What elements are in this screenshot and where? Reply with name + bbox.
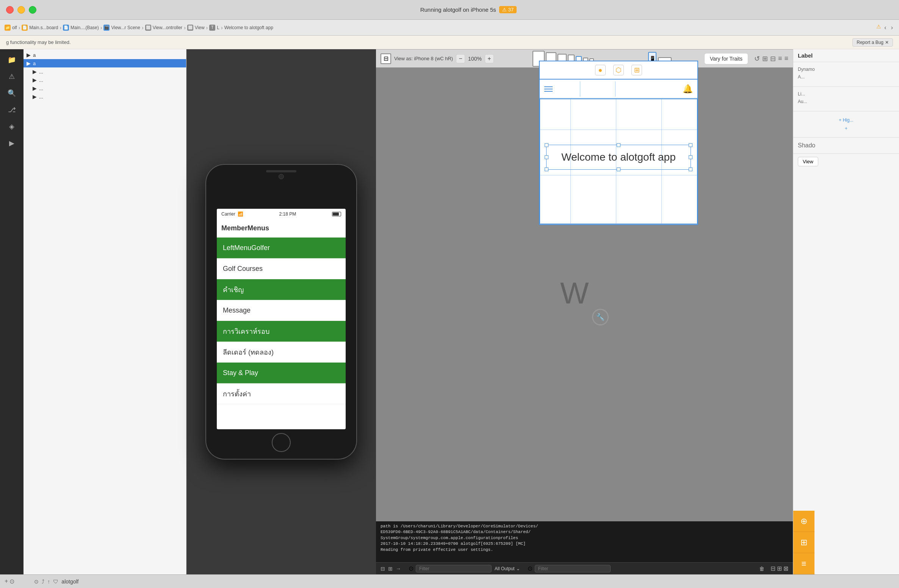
handle-br bbox=[689, 167, 692, 171]
trash-icon[interactable]: 🗑 bbox=[759, 566, 764, 572]
filter-left-input[interactable] bbox=[416, 565, 492, 572]
report-bug-label: Report a Bug bbox=[857, 40, 883, 45]
info-text: g functionality may be limited. bbox=[6, 39, 71, 45]
nav-back-arrow[interactable]: ‹ bbox=[883, 23, 888, 32]
sidebar-icon-folder[interactable]: 📁 bbox=[4, 52, 19, 67]
file-item-nested-1[interactable]: ▶ ... bbox=[23, 67, 186, 76]
menu-item-message[interactable]: Message bbox=[217, 300, 346, 321]
library-button-bottom[interactable]: ⊙ bbox=[9, 578, 14, 585]
hamburger-icon[interactable] bbox=[544, 86, 553, 92]
filter-right-input[interactable] bbox=[535, 565, 611, 572]
menu-item-การวิเคราห์รอบ[interactable]: การวิเคราห์รอบ bbox=[217, 321, 346, 342]
file-item-root[interactable]: ▶ a bbox=[23, 51, 186, 59]
ib-phone-wireframe: 🔔 bbox=[539, 79, 698, 225]
console-line: Reading from private effective user sett… bbox=[381, 547, 788, 553]
menu-item-golf-courses[interactable]: Golf Courses bbox=[217, 258, 346, 279]
breadcrumb-item-7[interactable]: T L bbox=[209, 25, 219, 31]
sidebar-icon-breakpoints[interactable]: ◈ bbox=[4, 119, 19, 134]
file-icon-selected: ▶ bbox=[27, 60, 31, 66]
warning-badge: ⚠ 37 bbox=[499, 6, 517, 13]
lines-row: Li... bbox=[798, 91, 894, 97]
filter-icon-left: ⊙ bbox=[409, 565, 413, 572]
sidebar-icon-search[interactable]: 🔍 bbox=[4, 86, 19, 101]
add-button-2[interactable]: + bbox=[798, 124, 894, 133]
view-button[interactable]: View bbox=[798, 157, 818, 166]
segue-icon: 🔧 bbox=[592, 309, 609, 325]
dynamic-label: Dynamo bbox=[798, 67, 815, 72]
breadcrumb-icon-4: 🎬 bbox=[103, 25, 110, 31]
pointer-icon[interactable]: ↑ bbox=[47, 579, 50, 585]
output-selector[interactable]: All Output ⌄ bbox=[495, 566, 520, 571]
file-item-nested-3[interactable]: ▶ ... bbox=[23, 84, 186, 92]
menu-item-ลีดเดอร์-(ทดลอง)[interactable]: ลีดเดอร์ (ทดลอง) bbox=[217, 342, 346, 363]
console-line: path is /Users/charun1/Library/Developer… bbox=[381, 524, 788, 529]
sidebar-icon-debug[interactable]: ▶ bbox=[4, 136, 19, 151]
ib-top-bar: 🔔 bbox=[540, 80, 697, 99]
breadcrumb-item-5[interactable]: ⬜ View...ontroller bbox=[145, 25, 183, 31]
add-object-button[interactable]: ⊕ bbox=[793, 511, 814, 532]
file-icon-nested-4: ▶ bbox=[33, 94, 37, 100]
titlebar: Running alotgolf on iPhone 5s ⚠ 37 bbox=[0, 0, 899, 20]
status-bar: Carrier 📶 2:18 PM bbox=[217, 209, 346, 219]
console-layout-buttons: ⊟ ⊞ ⊠ bbox=[771, 565, 788, 572]
simulator-area: Carrier 📶 2:18 PM MemberMenus bbox=[186, 49, 376, 574]
breadcrumb-sep-6: › bbox=[206, 25, 208, 31]
breadcrumb-icon-2: 📄 bbox=[22, 25, 28, 31]
breadcrumb-item-3[interactable]: 📄 Main....(Base) bbox=[63, 25, 99, 31]
maximize-button[interactable] bbox=[29, 6, 36, 14]
ib-canvas[interactable]: 🔧 ● ⬡ ⊞ bbox=[376, 49, 793, 521]
share-icon[interactable]: ⤴ bbox=[42, 579, 44, 585]
console-split-toggle[interactable]: ⊞ bbox=[388, 566, 393, 572]
label-title: Label bbox=[798, 52, 813, 59]
right-panel-section-shadow: Shado bbox=[793, 138, 899, 154]
breadcrumb-label-1: olf bbox=[12, 25, 17, 30]
ib-media-icon[interactable]: ⊞ bbox=[631, 65, 642, 75]
breadcrumb-icon-3: 📄 bbox=[63, 25, 69, 31]
network-icon[interactable]: ⊙ bbox=[34, 579, 39, 585]
warning-count: 37 bbox=[508, 7, 514, 13]
add-height-button[interactable]: + Hig... bbox=[798, 116, 894, 124]
file-item-nested-4[interactable]: ▶ ... bbox=[23, 92, 186, 101]
battery-fill bbox=[333, 213, 339, 216]
file-item-nested-2[interactable]: ▶ ... bbox=[23, 76, 186, 84]
handle-tl bbox=[545, 143, 548, 147]
grid-button[interactable]: ⊞ bbox=[793, 532, 814, 553]
label-container[interactable]: Welcome to alotgoft app bbox=[546, 145, 691, 170]
status-left: Carrier 📶 bbox=[221, 211, 243, 217]
console-panel-toggle[interactable]: ⊟ bbox=[381, 566, 385, 572]
bell-icon[interactable]: 🔔 bbox=[683, 84, 693, 94]
close-button[interactable] bbox=[6, 6, 14, 14]
left-sidebar: 📁 ⚠ 🔍 ⎇ ◈ ▶ bbox=[0, 49, 23, 574]
breadcrumb-item-4[interactable]: 🎬 View...r Scene bbox=[103, 25, 140, 31]
report-bug-icon: ✕ bbox=[885, 40, 889, 45]
right-panel-section-1: Dynamo A... bbox=[793, 62, 899, 87]
breadcrumb-item-6[interactable]: ⬜ View bbox=[187, 25, 205, 31]
list-button[interactable]: ≡ bbox=[793, 553, 814, 574]
sidebar-icon-scm[interactable]: ⎇ bbox=[4, 102, 19, 117]
file-label-nested-2: ... bbox=[39, 77, 43, 83]
breadcrumb-item-1[interactable]: 📁 olf bbox=[5, 25, 17, 31]
minimize-button[interactable] bbox=[17, 6, 25, 14]
console-layout-3[interactable]: ⊠ bbox=[783, 565, 788, 572]
nav-forward-arrow[interactable]: › bbox=[890, 23, 894, 32]
report-bug-button[interactable]: Report a Bug ✕ bbox=[852, 38, 893, 47]
console-arrow-icon[interactable]: → bbox=[396, 566, 401, 572]
file-item-selected[interactable]: ▶ a bbox=[23, 59, 186, 67]
time-label: 2:18 PM bbox=[279, 211, 296, 217]
console-line: ED539FD0-6BED-49C3-92A0-68B91C5A1ABC/dat… bbox=[381, 529, 788, 535]
menu-item-stay-&-play[interactable]: Stay & Play bbox=[217, 363, 346, 383]
shield-icon[interactable]: 🛡 bbox=[53, 579, 58, 585]
menu-item-คำเชิญ[interactable]: คำเชิญ bbox=[217, 279, 346, 300]
right-bottom-icons: ⊕ ⊞ ≡ bbox=[793, 511, 899, 574]
console-layout-1[interactable]: ⊟ bbox=[771, 565, 775, 572]
ib-circle-icon[interactable]: ● bbox=[595, 65, 606, 75]
console-layout-2[interactable]: ⊞ bbox=[777, 565, 782, 572]
breadcrumb-item-2[interactable]: 📄 Main.s...board bbox=[22, 25, 58, 31]
sidebar-icon-warning[interactable]: ⚠ bbox=[4, 69, 19, 84]
menu-item-leftmenugolfer[interactable]: LeftMenuGolfer bbox=[217, 238, 346, 258]
carrier-label: Carrier bbox=[221, 211, 235, 217]
add-button-bottom[interactable]: + bbox=[5, 578, 8, 585]
menu-item-การตั้งค่า[interactable]: การตั้งค่า bbox=[217, 383, 346, 404]
home-button[interactable] bbox=[272, 433, 291, 452]
ib-cube-icon[interactable]: ⬡ bbox=[613, 65, 624, 75]
